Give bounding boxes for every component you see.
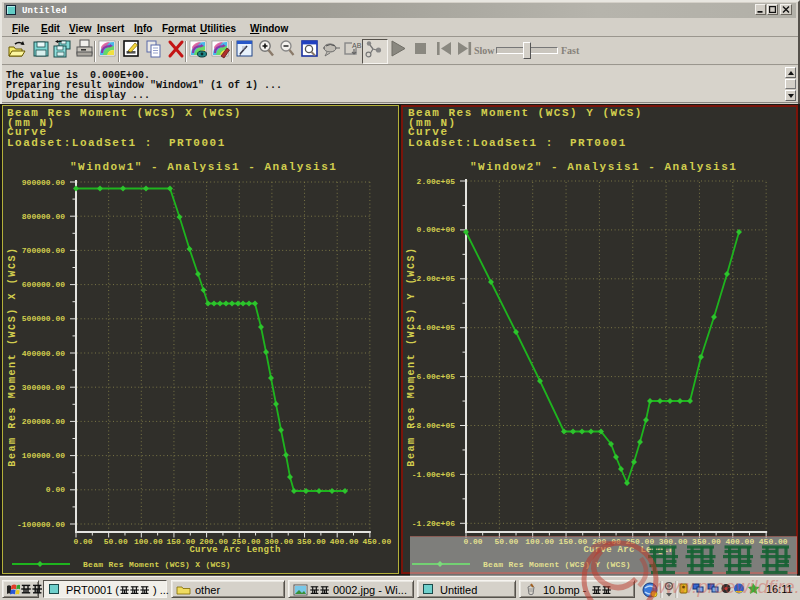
svg-text:www.proewildfire.cn: www.proewildfire.cn [652,576,800,597]
